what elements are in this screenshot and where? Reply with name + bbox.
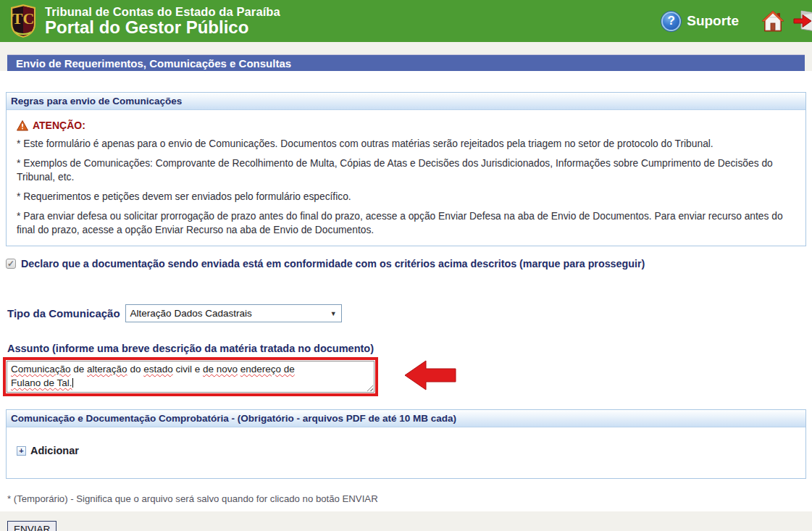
rule-item: * Requerimentos e petições devem ser env… [17, 190, 797, 204]
attention-row: ATENÇÃO: [17, 120, 797, 131]
attachments-panel-header: Comunicação e Documentação Comprobatória… [7, 410, 805, 427]
app-header: TC Tribunal de Contas do Estado da Paraí… [0, 0, 812, 42]
textarea-resize-handle[interactable] [365, 383, 373, 391]
support-link[interactable]: Suporte [687, 13, 739, 29]
brand-titles: Tribunal de Contas do Estado da Paraíba … [45, 6, 280, 37]
red-arrow-annotation [404, 359, 456, 391]
check-icon: ✓ [7, 259, 14, 268]
plus-icon[interactable]: + [17, 446, 26, 456]
header-actions: ? Suporte [661, 0, 812, 42]
rules-panel: Regras para envio de Comunicações ATENÇÃ… [6, 92, 806, 246]
assunto-text: alteração [87, 364, 127, 375]
rules-panel-title: Regras para envio de Comunicações [11, 96, 182, 106]
tipo-comunicacao-selected-value: Alteração Dados Cadastrais [130, 308, 252, 319]
rule-item: * Para enviar defesa ou solicitar prorro… [17, 209, 797, 237]
tce-pb-logo: TC [9, 4, 38, 38]
attachments-panel-title: Comunicação e Documentação Comprobatória… [11, 413, 456, 424]
assunto-text: estado [143, 364, 173, 375]
main-content: Regras para envio de Comunicações ATENÇÃ… [0, 71, 812, 511]
assunto-text: de novo [203, 364, 238, 375]
assunto-text: do [127, 364, 144, 375]
adicionar-label[interactable]: Adicionar [30, 445, 79, 456]
enviar-button[interactable]: ENVIAR [7, 521, 56, 531]
help-icon[interactable]: ? [661, 12, 681, 31]
chevron-down-icon: ▼ [330, 310, 337, 317]
rules-panel-header: Regras para envio de Comunicações [7, 93, 805, 110]
warning-icon [17, 120, 28, 131]
assunto-label: Assunto (informe uma breve descrição da … [7, 343, 812, 354]
assunto-text: Comunicação [11, 364, 71, 375]
attention-label: ATENÇÃO: [33, 120, 85, 131]
rule-item: * Exemplos de Comunicações: Comprovante … [17, 156, 797, 184]
declaration-label: Declaro que a documentação sendo enviada… [21, 258, 645, 269]
brand-line2: Portal do Gestor Público [45, 18, 280, 36]
tipo-comunicacao-select[interactable]: Alteração Dados Cadastrais ▼ [125, 304, 342, 322]
page-title-bar: Envio de Requerimentos, Comunicações e C… [7, 54, 805, 71]
svg-text:TC: TC [12, 9, 35, 28]
assunto-text: endereço de [240, 364, 295, 375]
home-icon[interactable] [761, 9, 785, 33]
tipo-comunicacao-label: Tipo da Comunicação [7, 307, 120, 319]
brand-line1: Tribunal de Contas do Estado da Paraíba [45, 6, 280, 18]
tipo-comunicacao-row: Tipo da Comunicação Alteração Dados Cada… [7, 304, 812, 322]
declaration-row: ✓ Declaro que a documentação sendo envia… [6, 258, 812, 269]
text-caret [72, 378, 73, 388]
assunto-textarea[interactable]: Comunicação de alteração do estado civil… [7, 361, 374, 393]
annotation-highlight-box: Comunicação de alteração do estado civil… [3, 357, 378, 396]
adicionar-row[interactable]: + Adicionar [15, 433, 797, 469]
attachments-panel: Comunicação e Documentação Comprobatória… [6, 409, 806, 479]
assunto-text: Fulano de Tal. [11, 377, 72, 388]
rules-panel-body: ATENÇÃO: * Este formulário é apenas para… [7, 110, 805, 246]
exit-icon[interactable] [792, 9, 812, 33]
attachments-panel-body: + Adicionar [7, 427, 805, 478]
assunto-text: de [71, 364, 88, 375]
rule-item: * Este formulário é apenas para o envio … [17, 137, 797, 151]
assunto-block: Assunto (informe uma breve descrição da … [7, 343, 812, 396]
temporary-note: * (Temporário) - Significa que o arquivo… [7, 493, 812, 504]
declaration-checkbox[interactable]: ✓ [6, 259, 16, 269]
assunto-text: civil e [173, 364, 203, 375]
page-title: Envio de Requerimentos, Comunicações e C… [16, 57, 291, 70]
